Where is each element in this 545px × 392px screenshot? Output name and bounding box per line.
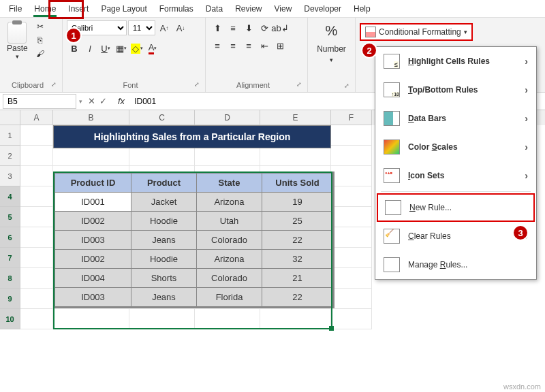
percent-icon[interactable]: %: [323, 20, 341, 42]
row-header-8[interactable]: 8: [0, 268, 20, 289]
table-cell[interactable]: ID001: [55, 193, 131, 212]
cell[interactable]: [260, 146, 331, 166]
row-header-4[interactable]: 4: [0, 186, 20, 207]
menu-formulas[interactable]: Formulas: [153, 1, 200, 16]
fill-color-button[interactable]: ◇▾: [129, 41, 144, 56]
cancel-formula-button[interactable]: ✕: [88, 96, 95, 106]
orientation-button[interactable]: ⟳: [257, 20, 272, 35]
menu-view[interactable]: View: [268, 1, 298, 16]
table-cell[interactable]: Jeans: [131, 231, 197, 250]
table-cell[interactable]: ID002: [55, 212, 131, 231]
col-header-D[interactable]: D: [195, 110, 260, 125]
table-cell[interactable]: Shorts: [131, 269, 197, 288]
col-header-B[interactable]: B: [53, 110, 129, 125]
dd-top-bottom[interactable]: Top/Bottom Rules ›: [375, 76, 536, 104]
cell[interactable]: [331, 289, 372, 309]
increase-font-button[interactable]: A↑: [157, 20, 172, 35]
cut-button[interactable]: ✂: [33, 20, 47, 33]
align-left-button[interactable]: ≡: [210, 38, 225, 53]
table-cell[interactable]: 32: [262, 250, 333, 269]
table-cell[interactable]: Jacket: [131, 193, 197, 212]
row-header-2[interactable]: 2: [0, 146, 20, 166]
col-header-C[interactable]: C: [129, 110, 195, 125]
cell[interactable]: [195, 146, 260, 166]
conditional-formatting-button[interactable]: Conditional Formatting ▾: [360, 23, 473, 41]
cell[interactable]: [331, 248, 372, 268]
cell[interactable]: [129, 146, 195, 166]
cell[interactable]: [331, 227, 372, 248]
table-cell[interactable]: ID003: [55, 231, 131, 250]
menu-developer[interactable]: Developer: [298, 1, 347, 16]
dd-color-scales[interactable]: Color Scales ›: [375, 133, 536, 161]
cell[interactable]: [129, 309, 195, 329]
cell[interactable]: [331, 125, 372, 146]
border-button[interactable]: ▦▾: [114, 41, 129, 56]
table-cell[interactable]: Hoodie: [131, 250, 197, 269]
table-cell[interactable]: Utah: [197, 212, 262, 231]
cell[interactable]: [331, 268, 372, 289]
align-bottom-button[interactable]: ⬇: [241, 20, 256, 35]
cell[interactable]: [20, 146, 53, 166]
row-header-9[interactable]: 9: [0, 289, 20, 309]
cell[interactable]: [331, 146, 372, 166]
row-header-1[interactable]: 1: [0, 125, 20, 146]
cell[interactable]: [20, 289, 53, 309]
dd-data-bars[interactable]: Data Bars ›: [375, 104, 536, 133]
cell[interactable]: [260, 309, 331, 329]
table-cell[interactable]: 21: [262, 269, 333, 288]
col-header-F[interactable]: F: [331, 110, 372, 125]
paste-button[interactable]: Paste ▾: [4, 20, 31, 61]
cell[interactable]: [53, 309, 129, 329]
col-header-E[interactable]: E: [260, 110, 331, 125]
number-launcher[interactable]: ⤢: [344, 82, 349, 89]
menu-help[interactable]: Help: [347, 1, 377, 16]
cell[interactable]: [20, 309, 53, 329]
menu-data[interactable]: Data: [200, 1, 229, 16]
fx-icon[interactable]: fx: [112, 96, 130, 106]
dd-icon-sets[interactable]: Icon Sets ›: [375, 161, 536, 190]
table-cell[interactable]: ID003: [55, 288, 131, 307]
cell[interactable]: [20, 125, 53, 146]
dd-clear-rules[interactable]: Clear Rules ›: [375, 222, 536, 250]
font-size-select[interactable]: 11: [128, 20, 155, 35]
font-color-button[interactable]: A▾: [145, 41, 160, 56]
cell[interactable]: [20, 207, 53, 227]
table-cell[interactable]: ID004: [55, 269, 131, 288]
font-launcher[interactable]: ⤢: [194, 81, 200, 88]
table-cell[interactable]: 25: [262, 212, 333, 231]
table-cell[interactable]: Arizona: [197, 193, 262, 212]
table-cell[interactable]: Arizona: [197, 250, 262, 269]
table-cell[interactable]: 22: [262, 288, 333, 307]
dd-highlight-cells[interactable]: Highlight Cells Rules ›: [375, 47, 536, 76]
row-header-10[interactable]: 10: [0, 309, 20, 329]
underline-button[interactable]: U▾: [98, 41, 113, 56]
table-cell[interactable]: Hoodie: [131, 212, 197, 231]
cell[interactable]: [331, 309, 372, 329]
cell[interactable]: [20, 186, 53, 207]
dd-new-rule[interactable]: New Rule...: [377, 193, 535, 222]
cell[interactable]: [20, 166, 53, 186]
wrap-text-button[interactable]: ab↲: [272, 20, 287, 35]
table-cell[interactable]: Colorado: [197, 231, 262, 250]
italic-button[interactable]: I: [82, 41, 97, 56]
cell[interactable]: [331, 166, 372, 186]
table-cell[interactable]: Florida: [197, 288, 262, 307]
alignment-launcher[interactable]: ⤢: [296, 81, 302, 88]
table-cell[interactable]: Jeans: [131, 288, 197, 307]
copy-button[interactable]: ⎘: [33, 34, 47, 46]
row-header-6[interactable]: 6: [0, 227, 20, 248]
merge-button[interactable]: ⊞: [272, 38, 287, 53]
cell[interactable]: [331, 186, 372, 207]
table-cell[interactable]: Colorado: [197, 269, 262, 288]
col-header-A[interactable]: A: [20, 110, 53, 125]
align-top-button[interactable]: ⬆: [210, 20, 225, 35]
table-cell[interactable]: 22: [262, 231, 333, 250]
dd-manage-rules[interactable]: Manage Rules...: [375, 250, 536, 279]
cell[interactable]: [53, 146, 129, 166]
cell[interactable]: [20, 268, 53, 289]
decrease-font-button[interactable]: A↓: [173, 20, 188, 35]
table-cell[interactable]: 19: [262, 193, 333, 212]
row-header-3[interactable]: 3: [0, 166, 20, 186]
align-middle-button[interactable]: ≡: [225, 20, 240, 35]
menu-insert[interactable]: Insert: [62, 1, 95, 16]
